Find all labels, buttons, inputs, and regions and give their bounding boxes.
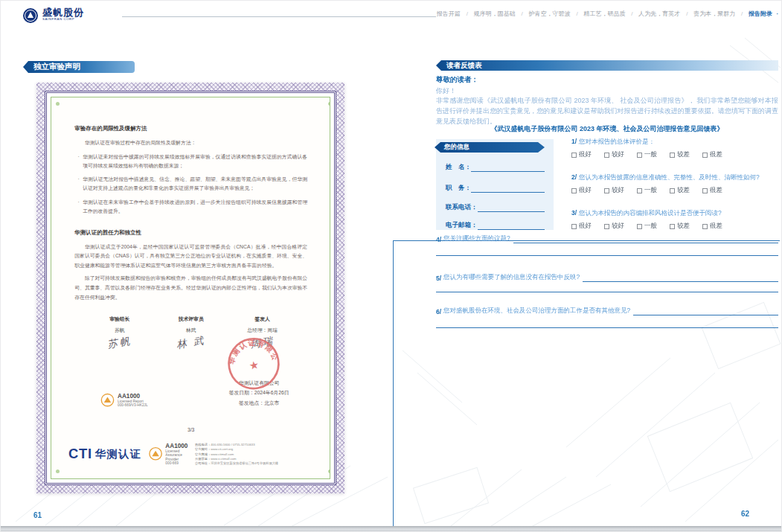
checkbox-icon [670,188,675,193]
position-input-line[interactable] [471,186,545,193]
answer-line[interactable] [436,292,778,292]
email-field: 电子邮箱： [446,221,545,230]
cti-logo: CTI 华测认证 [68,446,141,462]
nav-item-quality[interactable]: 精工艺，研品质 [583,10,625,17]
checkbox-label: 较好 [612,150,624,159]
checkbox-label: 很好 [579,150,592,159]
checkbox-label: 一般 [644,186,657,195]
nav-active-marker: · [776,10,778,17]
nav-item-opening[interactable]: 报告开篇 [437,10,461,17]
aa1000-id: 000-669/V3-HK2JL [118,404,147,408]
company-seal-stamp: 华测认证有限公司 ★ [222,332,285,395]
aa1000-provider-badge: AA1000 Licensed Assurance Provider 000-6… [149,442,188,465]
cert-bullet: · 华测认证未对报告中披露的可持续发展绩效指标开展审验，仅通过访谈和查验事实证据… [74,152,307,170]
question-3-options: 很好 较好 一般 较差 很差 [571,222,778,231]
answer-line[interactable] [633,309,778,315]
verification-certificate: 审验存在的局限性及缓解方法 华测认证在审验过程中存在的局限性及缓解方法： · 华… [36,83,344,493]
answer-line[interactable] [583,275,778,282]
name-input-line[interactable] [471,165,545,172]
aa1000-id: 000-669 [165,461,188,465]
nav-separator: / [466,10,467,17]
question-number: 4/ [436,236,441,243]
email-input-line[interactable] [478,223,545,230]
checkbox-option[interactable]: 很好 [571,222,592,231]
checkbox-option[interactable]: 很差 [702,150,722,159]
issue-place: 签发地点：北京市 [229,398,289,408]
checkbox-option[interactable]: 较好 [604,186,624,195]
checkbox-option[interactable]: 较差 [670,222,690,231]
checkbox-option[interactable]: 一般 [637,222,657,231]
checkbox-icon [702,224,708,229]
question-4: 4/您关注哪些方面的议题? [436,234,778,243]
cert-section1-title: 审验存在的局限性及缓解方法 [74,125,307,132]
your-info-panel-header: 您的信息 [435,142,545,153]
issue-block: AA1000 Licensed Report 000-669/V3-HK2JL … [74,353,307,432]
checkbox-label: 很好 [579,222,592,231]
nav-item-environment[interactable]: 护青空，守碧波 [528,10,570,17]
header-nav: 报告开篇 / 规序明，固基础 / 护青空，守碧波 / 精工艺，研品质 / 人为先… [437,10,778,18]
answer-line[interactable] [436,255,778,256]
cert-bullet: · 华测认证无法对报告中描述意见、信念、推论、愿望、期望、未来意图等观点出具审验… [74,175,307,193]
aa1000-icon [101,394,115,407]
nav-item-responsibility[interactable]: 责为本，聚群力 [693,10,735,17]
aa1000-title: AA1000 [165,442,188,449]
checkbox-icon [670,153,675,158]
contact-value: 深圳市宝安区新安街道留仙三路4号华测检测大楼 [211,461,278,466]
question-1: 1/您对本报告的总体评价是： [571,138,778,147]
answer-line[interactable] [513,237,778,243]
signature-role: 审验组长 [92,315,147,323]
brand-logo: 盛帆股份 SAINFRAN CORP [23,7,101,24]
left-page-title-banner: 独立审验声明 [23,61,135,73]
phone-input-line[interactable] [478,205,545,212]
question-text: 您关注哪些方面的议题? [443,234,510,243]
salutation: 尊敬的读者： [436,75,478,85]
checkbox-icon [604,224,609,229]
cti-wordmark: CTI [68,446,92,462]
checkbox-label: 较差 [677,186,690,195]
checkbox-option[interactable]: 很好 [571,186,592,195]
question-text: 您认为有哪些需要了解的信息没有在报告中反映? [443,273,580,282]
nav-item-talent[interactable]: 人为先，育英才 [638,10,680,17]
answer-line[interactable] [436,327,778,328]
aa1000-title: AA1000 [118,393,147,400]
certificate-footer: CTI 华测认证 AA1000 Licensed Assurance Provi… [68,435,315,473]
bullet-icon: · [74,152,83,170]
checkbox-label: 很差 [710,222,722,231]
nav-item-governance[interactable]: 规序明，固基础 [474,10,516,17]
nav-separator: / [631,10,632,17]
checkbox-option[interactable]: 一般 [637,186,657,195]
checkbox-label: 较好 [612,222,624,231]
cti-cn-name: 华测认证 [95,447,142,461]
checkbox-option[interactable]: 很差 [702,222,722,231]
phone-field-label: 联系电话： [446,203,478,212]
report-spread: 盛帆股份 SAINFRAN CORP 报告开篇 / 规序明，固基础 / 护青空，… [0,0,782,532]
checkbox-option[interactable]: 较差 [670,150,690,159]
checkbox-option[interactable]: 一般 [637,150,657,159]
question-text: 您认为本报告披露的信息准确性、完整性、及时性、清晰性如何? [579,173,760,181]
cert-section1-intro: 华测认证在审验过程中存在的局限性及缓解方法： [74,138,307,148]
checkbox-option[interactable]: 较差 [670,186,690,195]
page-bottom-edge [1,526,781,531]
right-page-number: 62 [741,510,749,518]
checkbox-option[interactable]: 很好 [571,150,592,159]
section-border-line [393,240,780,529]
cert-bullet-text: 华测认证未对报告中披露的可持续发展绩效指标开展审验，仅通过访谈和查验事实证据的方… [83,152,307,170]
checkbox-option[interactable]: 很差 [702,186,722,195]
bullet-icon: · [74,175,83,193]
checkbox-label: 较差 [677,222,690,231]
left-page-number: 61 [33,511,42,519]
phone-field: 联系电话： [446,203,545,212]
checkbox-label: 很好 [579,186,592,195]
checkbox-option[interactable]: 较好 [604,150,624,159]
question-number: 3/ [571,209,577,217]
header-divider [122,16,436,17]
nav-item-appendix[interactable]: 报告附录 [749,10,772,17]
aa1000-report-badge: AA1000 Licensed Report 000-669/V3-HK2JL [101,393,148,408]
checkbox-icon [571,188,577,193]
checkbox-option[interactable]: 较好 [604,222,624,231]
checkbox-label: 很差 [710,150,722,159]
checkbox-icon [604,153,609,158]
greeting: 你好！ [436,86,456,96]
name-field: 姓 名： [446,163,545,172]
name-field-label: 姓 名： [446,163,471,172]
